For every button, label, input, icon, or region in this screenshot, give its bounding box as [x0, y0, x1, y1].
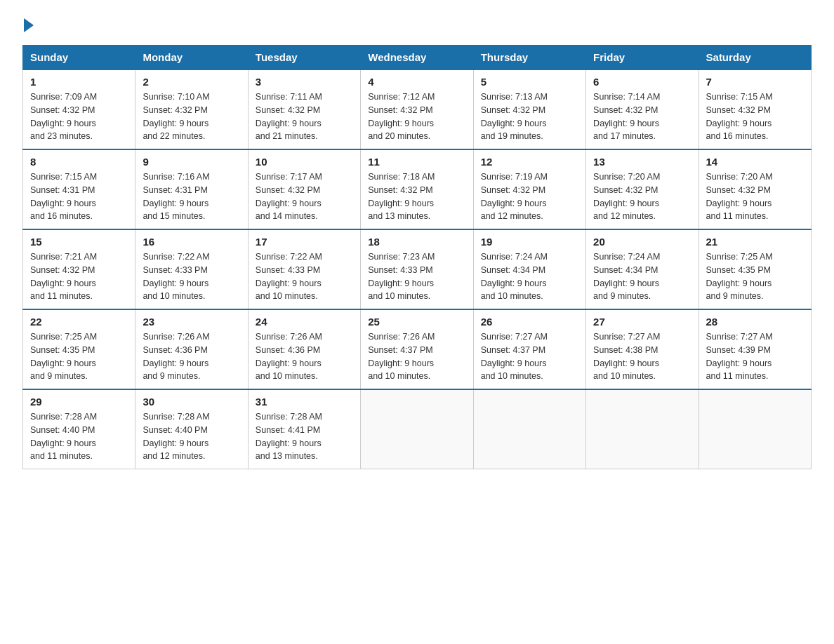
day-number: 18 — [368, 236, 465, 248]
calendar-cell — [699, 389, 811, 469]
day-number: 20 — [593, 236, 691, 248]
sun-info: Sunrise: 7:22 AMSunset: 4:33 PMDaylight:… — [143, 252, 209, 301]
calendar-cell: 12 Sunrise: 7:19 AMSunset: 4:32 PMDaylig… — [473, 149, 585, 229]
calendar-cell: 19 Sunrise: 7:24 AMSunset: 4:34 PMDaylig… — [473, 229, 585, 309]
week-row-5: 29 Sunrise: 7:28 AMSunset: 4:40 PMDaylig… — [23, 389, 812, 469]
sun-info: Sunrise: 7:25 AMSunset: 4:35 PMDaylight:… — [706, 252, 773, 301]
day-number: 22 — [30, 316, 128, 328]
calendar-cell: 1 Sunrise: 7:09 AMSunset: 4:32 PMDayligh… — [23, 69, 135, 149]
day-header-wednesday: Wednesday — [361, 46, 473, 70]
sun-info: Sunrise: 7:26 AMSunset: 4:36 PMDaylight:… — [143, 332, 209, 381]
day-header-thursday: Thursday — [473, 46, 585, 70]
day-header-sunday: Sunday — [23, 46, 135, 70]
calendar-cell: 10 Sunrise: 7:17 AMSunset: 4:32 PMDaylig… — [248, 149, 360, 229]
calendar-cell: 13 Sunrise: 7:20 AMSunset: 4:32 PMDaylig… — [586, 149, 699, 229]
day-number: 31 — [256, 396, 353, 408]
day-header-tuesday: Tuesday — [248, 46, 360, 70]
day-number: 9 — [143, 156, 240, 168]
calendar-cell: 7 Sunrise: 7:15 AMSunset: 4:32 PMDayligh… — [699, 69, 811, 149]
calendar-cell: 25 Sunrise: 7:26 AMSunset: 4:37 PMDaylig… — [361, 309, 473, 389]
calendar-cell: 31 Sunrise: 7:28 AMSunset: 4:41 PMDaylig… — [248, 389, 360, 469]
day-number: 29 — [30, 396, 128, 408]
calendar-cell: 8 Sunrise: 7:15 AMSunset: 4:31 PMDayligh… — [23, 149, 135, 229]
day-number: 28 — [706, 316, 804, 328]
calendar-cell: 6 Sunrise: 7:14 AMSunset: 4:32 PMDayligh… — [586, 69, 699, 149]
sun-info: Sunrise: 7:24 AMSunset: 4:34 PMDaylight:… — [481, 252, 548, 301]
calendar-cell: 21 Sunrise: 7:25 AMSunset: 4:35 PMDaylig… — [699, 229, 811, 309]
day-number: 30 — [143, 396, 240, 408]
sun-info: Sunrise: 7:19 AMSunset: 4:32 PMDaylight:… — [481, 172, 548, 221]
day-number: 16 — [143, 236, 240, 248]
calendar-cell: 18 Sunrise: 7:23 AMSunset: 4:33 PMDaylig… — [361, 229, 473, 309]
sun-info: Sunrise: 7:28 AMSunset: 4:40 PMDaylight:… — [30, 412, 97, 461]
sun-info: Sunrise: 7:26 AMSunset: 4:37 PMDaylight:… — [368, 332, 435, 381]
week-row-3: 15 Sunrise: 7:21 AMSunset: 4:32 PMDaylig… — [23, 229, 812, 309]
sun-info: Sunrise: 7:15 AMSunset: 4:32 PMDaylight:… — [706, 92, 773, 141]
calendar-cell: 11 Sunrise: 7:18 AMSunset: 4:32 PMDaylig… — [361, 149, 473, 229]
sun-info: Sunrise: 7:23 AMSunset: 4:33 PMDaylight:… — [368, 252, 435, 301]
sun-info: Sunrise: 7:09 AMSunset: 4:32 PMDaylight:… — [30, 92, 97, 141]
page-header — [22, 17, 812, 32]
calendar-cell: 29 Sunrise: 7:28 AMSunset: 4:40 PMDaylig… — [23, 389, 135, 469]
sun-info: Sunrise: 7:20 AMSunset: 4:32 PMDaylight:… — [706, 172, 773, 221]
sun-info: Sunrise: 7:22 AMSunset: 4:33 PMDaylight:… — [256, 252, 322, 301]
sun-info: Sunrise: 7:27 AMSunset: 4:37 PMDaylight:… — [481, 332, 548, 381]
calendar-cell: 9 Sunrise: 7:16 AMSunset: 4:31 PMDayligh… — [135, 149, 248, 229]
day-number: 4 — [368, 76, 465, 88]
sun-info: Sunrise: 7:20 AMSunset: 4:32 PMDaylight:… — [593, 172, 660, 221]
sun-info: Sunrise: 7:24 AMSunset: 4:34 PMDaylight:… — [593, 252, 660, 301]
day-number: 12 — [481, 156, 578, 168]
day-number: 21 — [706, 236, 804, 248]
day-number: 10 — [256, 156, 353, 168]
calendar-cell: 30 Sunrise: 7:28 AMSunset: 4:40 PMDaylig… — [135, 389, 248, 469]
day-number: 24 — [256, 316, 353, 328]
calendar-cell — [586, 389, 699, 469]
day-number: 5 — [481, 76, 578, 88]
day-number: 8 — [30, 156, 128, 168]
calendar-cell — [473, 389, 585, 469]
sun-info: Sunrise: 7:17 AMSunset: 4:32 PMDaylight:… — [256, 172, 322, 221]
day-header-friday: Friday — [586, 46, 699, 70]
calendar-cell: 26 Sunrise: 7:27 AMSunset: 4:37 PMDaylig… — [473, 309, 585, 389]
day-number: 2 — [143, 76, 240, 88]
day-header-saturday: Saturday — [699, 46, 811, 70]
calendar-cell: 14 Sunrise: 7:20 AMSunset: 4:32 PMDaylig… — [699, 149, 811, 229]
day-number: 23 — [143, 316, 240, 328]
sun-info: Sunrise: 7:27 AMSunset: 4:38 PMDaylight:… — [593, 332, 660, 381]
calendar-cell: 22 Sunrise: 7:25 AMSunset: 4:35 PMDaylig… — [23, 309, 135, 389]
sun-info: Sunrise: 7:18 AMSunset: 4:32 PMDaylight:… — [368, 172, 435, 221]
sun-info: Sunrise: 7:13 AMSunset: 4:32 PMDaylight:… — [481, 92, 548, 141]
day-number: 14 — [706, 156, 804, 168]
calendar-header-row: SundayMondayTuesdayWednesdayThursdayFrid… — [23, 46, 812, 70]
calendar-cell: 2 Sunrise: 7:10 AMSunset: 4:32 PMDayligh… — [135, 69, 248, 149]
sun-info: Sunrise: 7:27 AMSunset: 4:39 PMDaylight:… — [706, 332, 773, 381]
day-number: 7 — [706, 76, 804, 88]
calendar-cell: 4 Sunrise: 7:12 AMSunset: 4:32 PMDayligh… — [361, 69, 473, 149]
day-number: 25 — [368, 316, 465, 328]
day-number: 13 — [593, 156, 691, 168]
sun-info: Sunrise: 7:16 AMSunset: 4:31 PMDaylight:… — [143, 172, 209, 221]
day-number: 17 — [256, 236, 353, 248]
sun-info: Sunrise: 7:21 AMSunset: 4:32 PMDaylight:… — [30, 252, 97, 301]
calendar-cell: 20 Sunrise: 7:24 AMSunset: 4:34 PMDaylig… — [586, 229, 699, 309]
week-row-4: 22 Sunrise: 7:25 AMSunset: 4:35 PMDaylig… — [23, 309, 812, 389]
day-number: 27 — [593, 316, 691, 328]
calendar-cell: 24 Sunrise: 7:26 AMSunset: 4:36 PMDaylig… — [248, 309, 360, 389]
sun-info: Sunrise: 7:25 AMSunset: 4:35 PMDaylight:… — [30, 332, 97, 381]
sun-info: Sunrise: 7:28 AMSunset: 4:41 PMDaylight:… — [256, 412, 322, 461]
day-number: 26 — [481, 316, 578, 328]
logo-arrow-icon — [24, 18, 34, 32]
day-header-monday: Monday — [135, 46, 248, 70]
day-number: 1 — [30, 76, 128, 88]
sun-info: Sunrise: 7:10 AMSunset: 4:32 PMDaylight:… — [143, 92, 209, 141]
day-number: 11 — [368, 156, 465, 168]
calendar-cell: 5 Sunrise: 7:13 AMSunset: 4:32 PMDayligh… — [473, 69, 585, 149]
calendar-cell: 28 Sunrise: 7:27 AMSunset: 4:39 PMDaylig… — [699, 309, 811, 389]
calendar-cell: 23 Sunrise: 7:26 AMSunset: 4:36 PMDaylig… — [135, 309, 248, 389]
sun-info: Sunrise: 7:11 AMSunset: 4:32 PMDaylight:… — [256, 92, 322, 141]
sun-info: Sunrise: 7:15 AMSunset: 4:31 PMDaylight:… — [30, 172, 97, 221]
logo — [22, 17, 34, 32]
sun-info: Sunrise: 7:12 AMSunset: 4:32 PMDaylight:… — [368, 92, 435, 141]
day-number: 19 — [481, 236, 578, 248]
day-number: 15 — [30, 236, 128, 248]
